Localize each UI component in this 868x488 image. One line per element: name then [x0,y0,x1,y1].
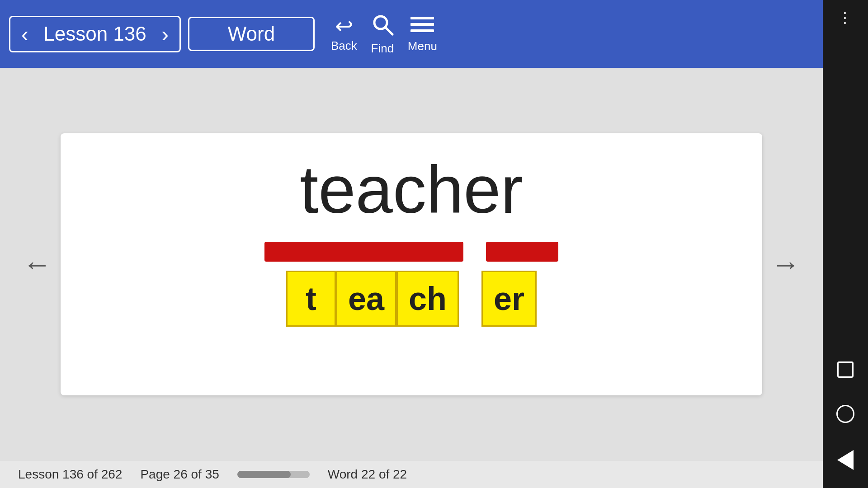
red-bar-short [486,242,558,262]
android-nav-icons [836,361,854,470]
word-button[interactable]: Word [188,17,315,51]
menu-label: Menu [408,39,437,53]
lesson-label: Lesson 136 [43,23,146,45]
syllable-group-1: t ea ch [286,271,459,327]
find-label: Find [371,42,394,56]
syllable-t[interactable]: t [286,271,336,327]
progress-bar [237,471,310,478]
lesson-info: Lesson 136 of 262 [18,467,122,482]
back-label: Back [331,39,357,53]
android-circle-icon [836,405,854,423]
svg-line-1 [385,27,392,34]
card: teacher t ea ch er [61,133,762,395]
word-display: teacher [300,151,523,228]
syllable-ch[interactable]: ch [396,271,459,327]
next-page-button[interactable]: → [762,248,809,281]
toolbar-actions: ↩ Back Find [331,13,437,56]
menu-icon [410,15,434,38]
content-wrapper: ← teacher t ea ch er → [0,68,823,461]
syllable-tiles: t ea ch er [286,271,537,327]
syllable-er[interactable]: er [481,271,537,327]
main-area: ‹ Lesson 136 › Word ↩ Back Find [0,0,823,488]
back-icon: ↩ [335,15,353,37]
syllable-ea[interactable]: ea [336,271,396,327]
lesson-prev-button[interactable]: ‹ [21,22,28,47]
find-icon [371,13,394,40]
find-action[interactable]: Find [371,13,394,56]
word-info: Word 22 of 22 [328,467,407,482]
back-action[interactable]: ↩ Back [331,15,357,53]
menu-action[interactable]: Menu [408,15,437,53]
android-home-button[interactable] [836,405,854,423]
android-square-button[interactable] [837,361,854,378]
lesson-nav: ‹ Lesson 136 › [9,16,181,52]
progress-bar-fill [237,471,291,478]
android-more-button[interactable]: ⋮ [838,9,853,26]
red-bar-long [264,242,463,262]
android-back-button[interactable] [837,450,854,470]
syllable-bars [264,242,558,262]
prev-page-button[interactable]: ← [14,248,61,281]
page-info: Page 26 of 35 [140,467,219,482]
android-square-icon [837,361,854,378]
status-bar: Lesson 136 of 262 Page 26 of 35 Word 22 … [0,461,823,488]
lesson-next-button[interactable]: › [161,22,169,47]
toolbar: ‹ Lesson 136 › Word ↩ Back Find [0,0,823,68]
syllable-group-2: er [481,271,537,327]
android-sidebar: ⋮ [823,0,868,488]
android-triangle-icon [837,450,854,470]
